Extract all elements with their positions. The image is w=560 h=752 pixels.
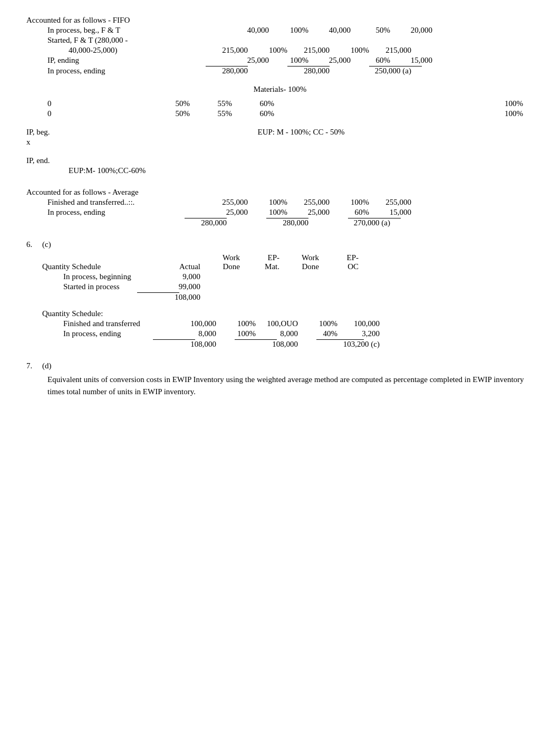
- scale-55: 55%: [190, 99, 232, 108]
- fifo-row-2b: 40,000-25,000) 215,000 100% 215,000 100%…: [69, 46, 534, 55]
- scale-50-label: 50%: [121, 109, 190, 118]
- qs2-pct2-2: 40%: [308, 329, 337, 338]
- qs2-actual-1: 100,000: [174, 319, 216, 328]
- avg-eu1-2: 25,000: [287, 208, 330, 217]
- problem6-part: (c): [42, 240, 51, 249]
- fifo-eu2-1: 20,000: [390, 26, 432, 35]
- fifo-eu1-1: 40,000: [308, 26, 351, 35]
- problem7-section: 7. (d) Equivalent units of conversion co…: [26, 361, 534, 397]
- fifo-pct2-2b: 100%: [340, 46, 369, 55]
- average-header: Accounted for as follows - Average: [26, 188, 139, 197]
- materials-label: Materials- 100%: [254, 85, 306, 93]
- qs2-eu1-2: 8,000: [256, 329, 298, 338]
- qs2-eu2-2: 3,200: [337, 329, 380, 338]
- fifo-row-2a: Started, F & T (280,000 -: [47, 36, 534, 45]
- scale-50: 50%: [121, 99, 190, 108]
- avg-total-eu2: 270,000 (a): [348, 218, 390, 227]
- qs2-row-1: Finished and transferred 100,000 100% 10…: [63, 319, 534, 328]
- scale-100: 100%: [274, 99, 534, 108]
- qs-input-actual-1: 9,000: [158, 272, 200, 281]
- qs2-pct1-1: 100%: [227, 319, 256, 328]
- qs2-eu1-1: 100,OUO: [256, 319, 298, 328]
- scale-60: 60%: [232, 99, 274, 108]
- qs-header-area: Quantity Schedule Actual Work Done EP- M…: [42, 253, 534, 349]
- qs-ep-mat-header: EP- Mat.: [240, 253, 279, 271]
- avg-total-actual: 280,000: [185, 218, 227, 227]
- fifo-divider-area: In process, ending 280,000 280,000 250,0…: [47, 66, 534, 75]
- qs-wd-header: Work Done: [211, 253, 240, 271]
- materials-section: Materials- 100%: [26, 85, 534, 94]
- fifo-total-row: In process, ending 280,000 280,000 250,0…: [47, 66, 534, 75]
- fifo-label-3: IP, ending: [47, 56, 227, 65]
- qs-input-row-1: In process, beginning 9,000: [63, 272, 534, 281]
- fifo-pct1-1: 100%: [279, 26, 308, 35]
- fifo-pct2-1: 50%: [361, 26, 390, 35]
- qs-actual-header: Actual: [158, 262, 200, 271]
- qs2-pct1-2: 100%: [227, 329, 256, 338]
- avg-total-eu1: 280,000: [266, 218, 308, 227]
- ip-beg-eup: EUP: M - 100%; CC - 50%: [69, 128, 534, 137]
- qs-input-total-row: 108,000: [63, 293, 534, 302]
- ip-beg-x: x: [26, 138, 31, 147]
- qs-input-row-2: Started in process 99,000: [63, 282, 534, 291]
- ip-end-section: IP, end. EUP:M- 100%;CC-60%: [26, 156, 534, 175]
- problem6-number: 6.: [26, 240, 42, 249]
- problem6-number-row: 6. (c): [26, 240, 534, 249]
- average-header-row: Accounted for as follows - Average: [26, 188, 534, 197]
- scale-display: 0 50% 55% 60% 100%: [47, 109, 534, 118]
- avg-pct1-2: 100%: [258, 208, 287, 217]
- fifo-actual-2b: 215,000: [206, 46, 248, 55]
- scale-section: 0 50% 55% 60% 100% 0 50% 55% 60% 100%: [26, 99, 534, 118]
- fifo-total-actual: 280,000: [206, 66, 248, 75]
- qs2-total-actual: 108,000: [174, 340, 216, 349]
- qs2-header: Quantity Schedule:: [42, 309, 103, 318]
- avg-eu2-1: 255,000: [369, 198, 411, 207]
- fifo-pct1-2b: 100%: [258, 46, 287, 55]
- qs2-row-2: In process, ending 8,000 100% 8,000 40% …: [63, 329, 534, 338]
- ip-end-eup: EUP:M- 100%;CC-60%: [69, 166, 146, 175]
- fifo-header-row: Accounted for as follows - FIFO: [26, 16, 534, 25]
- ip-end-label: IP, end.: [26, 156, 50, 165]
- avg-row-1: Finished and transferred..::. 255,000 10…: [47, 198, 534, 207]
- avg-label-1: Finished and transferred..::.: [47, 198, 206, 207]
- fifo-header: Accounted for as follows - FIFO: [26, 16, 130, 25]
- problem7-number: 7.: [26, 361, 42, 370]
- qs-input-total: 108,000: [158, 293, 200, 302]
- qs2-header-row: Quantity Schedule:: [42, 309, 534, 318]
- problem7-part: (d): [42, 361, 52, 370]
- fifo-actual-3: 25,000: [227, 56, 269, 65]
- scale-100-label: 100%: [274, 109, 534, 118]
- qs-col-headers: Quantity Schedule Actual Work Done EP- M…: [42, 253, 534, 271]
- qs2-label-1: Finished and transferred: [63, 319, 174, 328]
- ip-end-row: IP, end.: [26, 156, 534, 165]
- qs2-section: Quantity Schedule: Finished and transfer…: [42, 309, 534, 349]
- qs2-eu2-1: 100,000: [337, 319, 380, 328]
- qs-wd2-header: Work Done: [290, 253, 319, 271]
- fifo-pct1-3: 100%: [279, 56, 308, 65]
- fifo-row-1: In process, beg., F & T 40,000 100% 40,0…: [47, 26, 534, 35]
- problem7-number-row: 7. (d): [26, 361, 534, 370]
- average-section: Accounted for as follows - Average Finis…: [26, 188, 534, 227]
- fifo-total-eu1: 280,000: [287, 66, 330, 75]
- fifo-eu1-3: 25,000: [308, 56, 351, 65]
- ip-beg-section: IP, beg. EUP: M - 100%; CC - 50% x: [26, 128, 534, 147]
- fifo-label-2b: 40,000-25,000): [69, 46, 206, 55]
- fifo-total-eu2: 250,000 (a): [369, 66, 411, 75]
- qs-input-label-2: Started in process: [63, 282, 158, 291]
- fifo-pct2-3: 60%: [361, 56, 390, 65]
- scale-60-label: 60%: [232, 109, 274, 118]
- qs2-actual-2: 8,000: [174, 329, 216, 338]
- avg-actual-2: 25,000: [206, 208, 248, 217]
- avg-eu1-1: 255,000: [287, 198, 330, 207]
- avg-total-row: 280,000 280,000 270,000 (a): [47, 218, 534, 227]
- qs2-total-row: 108,000 108,000 103,200 (c): [63, 340, 534, 349]
- fifo-label-1: In process, beg., F & T: [47, 26, 227, 35]
- scale-0-label: 0: [47, 109, 121, 118]
- avg-row-2: In process, ending 25,000 100% 25,000 60…: [47, 208, 534, 217]
- scale-55-label: 55%: [190, 109, 232, 118]
- fifo-eu2-2b: 215,000: [369, 46, 411, 55]
- qs-ep-oc-header: EP- OC: [319, 253, 359, 271]
- ip-beg-label: IP, beg.: [26, 128, 69, 137]
- avg-actual-1: 255,000: [206, 198, 248, 207]
- avg-pct1-1: 100%: [258, 198, 287, 207]
